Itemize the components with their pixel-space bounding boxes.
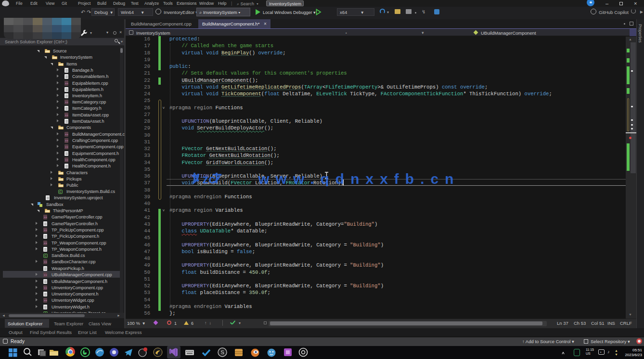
svg-text:www.qdnxxfb.cn: www.qdnxxfb.cn <box>258 171 460 186</box>
svg-text:S: S <box>221 349 224 355</box>
svg-text:zc: zc <box>202 172 215 186</box>
